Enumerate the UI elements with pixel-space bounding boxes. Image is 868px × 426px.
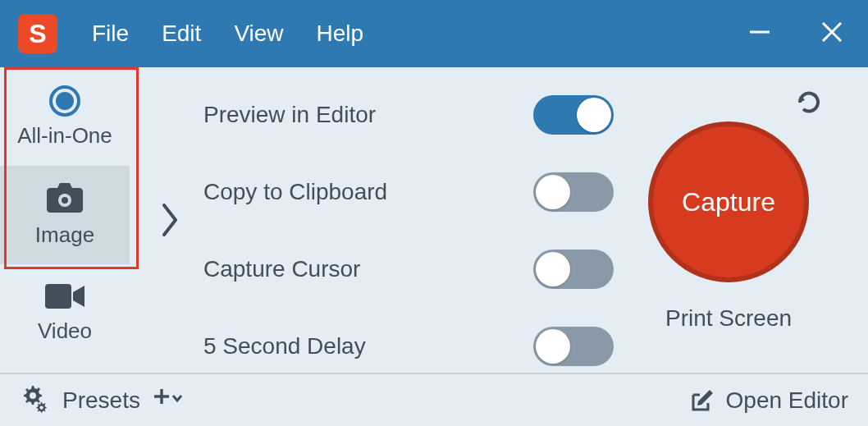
sidebar: All-in-One Image Video [0, 67, 130, 373]
setting-clipboard: Copy to Clipboard [203, 172, 614, 212]
tab-image[interactable]: Image [0, 166, 130, 264]
video-icon [45, 284, 85, 312]
add-preset-button[interactable] [153, 387, 183, 414]
tab-label-all-in-one: All-in-One [17, 123, 112, 149]
tab-label-image: Image [35, 222, 94, 248]
open-editor-label: Open Editor [726, 387, 848, 414]
toggle-cursor[interactable] [533, 250, 614, 289]
menu-help[interactable]: Help [317, 21, 364, 47]
edit-icon [690, 388, 715, 413]
setting-label-preview: Preview in Editor [203, 102, 376, 128]
tab-video[interactable]: Video [0, 264, 130, 363]
menu-edit[interactable]: Edit [162, 21, 201, 47]
camera-icon [47, 183, 83, 216]
settings-gear-icon[interactable] [20, 384, 49, 417]
capture-shortcut-label: Print Screen [665, 305, 792, 332]
expand-chevron-icon[interactable] [162, 204, 179, 245]
app-logo: S [18, 14, 57, 53]
setting-label-clipboard: Copy to Clipboard [203, 179, 387, 205]
setting-preview: Preview in Editor [203, 95, 614, 135]
svg-point-6 [30, 392, 36, 399]
svg-point-4 [62, 197, 68, 204]
menu-bar: File Edit View Help [92, 21, 363, 47]
capture-button[interactable]: Capture [648, 121, 809, 282]
all-in-one-icon [49, 85, 80, 117]
setting-delay: 5 Second Delay [203, 327, 614, 366]
setting-cursor: Capture Cursor [203, 250, 614, 289]
toggle-clipboard[interactable] [533, 172, 614, 212]
menu-file[interactable]: File [92, 21, 129, 47]
tab-all-in-one[interactable]: All-in-One [0, 67, 130, 166]
window-controls [748, 21, 843, 47]
toggle-delay[interactable] [533, 327, 614, 366]
logo-letter: S [29, 19, 46, 49]
close-button[interactable] [820, 21, 843, 47]
minimize-button[interactable] [748, 21, 771, 47]
svg-point-7 [39, 405, 43, 409]
titlebar: S File Edit View Help [0, 0, 868, 67]
settings-list: Preview in Editor Copy to Clipboard Capt… [203, 80, 614, 366]
footer: Presets Open Editor [0, 373, 868, 426]
main-area: All-in-One Image Video Preview in Editor… [0, 67, 868, 373]
undo-button[interactable] [795, 89, 823, 120]
footer-left: Presets [20, 384, 183, 417]
tab-label-video: Video [38, 318, 92, 344]
toggle-preview[interactable] [533, 95, 614, 135]
svg-rect-5 [45, 284, 71, 309]
menu-view[interactable]: View [234, 21, 283, 47]
open-editor-button[interactable]: Open Editor [690, 387, 848, 414]
options-panel: Preview in Editor Copy to Clipboard Capt… [130, 67, 868, 373]
setting-label-delay: 5 Second Delay [203, 333, 366, 360]
setting-label-cursor: Capture Cursor [203, 256, 360, 282]
capture-button-label: Capture [682, 187, 775, 218]
capture-panel: Capture Print Screen [614, 80, 843, 332]
presets-label[interactable]: Presets [62, 387, 140, 414]
